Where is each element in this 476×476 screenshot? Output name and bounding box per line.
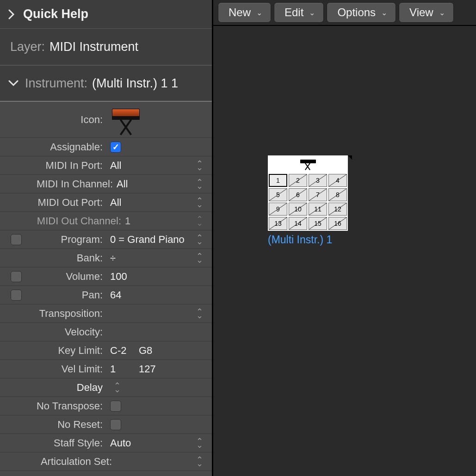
view-menu-button[interactable]: View ⌄	[399, 2, 454, 23]
stepper-icon[interactable]: ⌃⌄	[109, 384, 125, 391]
param-label: No Transpose:	[32, 400, 106, 412]
param-value: All	[110, 197, 121, 209]
volume-checkbox[interactable]	[11, 271, 22, 282]
parameter-list: Icon: Assignable: MIDI In Port: All ⌃⌄	[0, 102, 212, 476]
param-label: MIDI In Channel:	[32, 178, 117, 190]
new-menu-button[interactable]: New ⌄	[218, 2, 271, 23]
stepper-icon[interactable]: ⌃⌄	[192, 180, 207, 188]
channel-button-7[interactable]: 7	[309, 188, 327, 201]
param-value: Auto	[110, 437, 131, 449]
quick-help-title: Quick Help	[23, 7, 88, 21]
param-bank[interactable]: Bank: ÷ ⌃⌄	[0, 249, 212, 267]
quick-help-header[interactable]: Quick Help	[0, 0, 212, 29]
param-articulation-set[interactable]: Articulation Set: ⌃⌄	[0, 452, 212, 471]
param-label: MIDI Out Channel:	[32, 215, 125, 227]
cable-point-icon[interactable]	[348, 155, 352, 160]
chevron-down-icon: ⌄	[381, 8, 387, 17]
keyboard-icon	[299, 158, 317, 171]
param-vel-limit[interactable]: Vel Limit: 1 127	[0, 360, 212, 378]
param-pan[interactable]: Pan: 64	[0, 286, 212, 304]
param-midi-in-channel[interactable]: MIDI In Channel: All ⌃⌄	[0, 175, 212, 193]
param-delay[interactable]: Delay ⌃⌄	[0, 378, 212, 397]
param-no-reset: No Reset:	[0, 415, 212, 434]
channel-button-14[interactable]: 14	[289, 217, 307, 230]
key-limit-high[interactable]: G8	[139, 345, 162, 357]
param-icon[interactable]: Icon:	[0, 102, 212, 138]
options-menu-button[interactable]: Options ⌄	[327, 2, 396, 23]
button-label: Edit	[284, 6, 303, 19]
vel-limit-high[interactable]: 127	[139, 363, 162, 375]
edit-menu-button[interactable]: Edit ⌄	[274, 2, 324, 23]
instrument-label: Instrument:	[25, 76, 87, 91]
layer-row[interactable]: Layer: MIDI Instrument	[0, 29, 212, 66]
no-transpose-checkbox[interactable]	[110, 401, 121, 412]
keyboard-icon[interactable]	[110, 106, 142, 134]
object-label[interactable]: (Multi Instr.) 1	[268, 234, 371, 246]
pan-checkbox[interactable]	[11, 290, 22, 301]
stepper-icon[interactable]: ⌃⌄	[192, 310, 207, 317]
instrument-header[interactable]: Instrument: (Multi Instr.) 1 1	[0, 66, 212, 102]
channel-button-3[interactable]: 3	[309, 174, 327, 187]
param-program[interactable]: Program: 0 = Grand Piano ⌃⌄	[0, 230, 212, 249]
param-midi-out-port[interactable]: MIDI Out Port: All ⌃⌄	[0, 193, 212, 212]
channel-button-9[interactable]: 9	[269, 203, 287, 216]
stepper-icon[interactable]: ⌃⌄	[192, 458, 207, 465]
stepper-icon[interactable]: ⌃⌄	[192, 217, 207, 225]
chevron-down-icon	[8, 80, 19, 87]
param-label: Bank:	[32, 252, 106, 264]
param-label: Pan:	[32, 289, 106, 301]
multi-instrument-object[interactable]: 12345678910111213141516 (Multi Instr.) 1	[268, 155, 371, 246]
channel-button-4[interactable]: 4	[328, 174, 347, 187]
channel-button-16[interactable]: 16	[328, 217, 347, 230]
param-label: Articulation Set:	[32, 456, 116, 468]
param-transposition[interactable]: Transposition: ⌃⌄	[0, 304, 212, 323]
stepper-icon[interactable]: ⌃⌄	[192, 162, 207, 169]
channel-button-2[interactable]: 2	[289, 174, 307, 187]
key-limit-low[interactable]: C-2	[110, 345, 133, 357]
button-label: New	[229, 6, 251, 19]
param-value: 64	[110, 289, 121, 301]
stepper-icon[interactable]: ⌃⌄	[192, 199, 207, 206]
chevron-down-icon: ⌄	[256, 8, 262, 17]
stepper-icon[interactable]: ⌃⌄	[192, 254, 207, 262]
param-label: Assignable:	[32, 141, 106, 153]
channel-button-5[interactable]: 5	[269, 188, 287, 201]
instrument-value: (Multi Instr.) 1 1	[92, 76, 178, 91]
param-value: 0 = Grand Piano	[110, 234, 185, 246]
stepper-icon[interactable]: ⌃⌄	[192, 439, 207, 447]
channel-button-8[interactable]: 8	[328, 188, 347, 201]
channel-button-11[interactable]: 11	[309, 203, 327, 216]
param-velocity[interactable]: Velocity:	[0, 323, 212, 341]
channel-button-10[interactable]: 10	[289, 203, 307, 216]
param-staff-style[interactable]: Staff Style: Auto ⌃⌄	[0, 434, 212, 452]
param-midi-in-port[interactable]: MIDI In Port: All ⌃⌄	[0, 156, 212, 175]
param-label: No Reset:	[32, 419, 106, 431]
assignable-checkbox[interactable]	[110, 142, 121, 153]
environment-canvas[interactable]: 12345678910111213141516 (Multi Instr.) 1	[213, 26, 476, 476]
stepper-icon[interactable]: ⌃⌄	[192, 236, 207, 243]
param-volume[interactable]: Volume: 100	[0, 267, 212, 286]
param-label: Volume:	[32, 271, 106, 283]
param-label: MIDI In Port:	[32, 160, 106, 172]
channel-button-15[interactable]: 15	[309, 217, 327, 230]
channel-button-6[interactable]: 6	[289, 188, 307, 201]
param-label: Delay	[32, 382, 106, 394]
environment-area: New ⌄ Edit ⌄ Options ⌄ View ⌄	[213, 0, 476, 476]
vel-limit-low[interactable]: 1	[110, 363, 133, 375]
chevron-down-icon: ⌄	[309, 8, 315, 17]
param-label: Staff Style:	[32, 437, 106, 449]
param-label: MIDI Out Port:	[32, 197, 106, 209]
no-reset-checkbox[interactable]	[110, 419, 121, 430]
channel-button-12[interactable]: 12	[328, 203, 347, 216]
param-value: 100	[110, 271, 127, 283]
program-checkbox[interactable]	[11, 234, 22, 245]
param-key-limit[interactable]: Key Limit: C-2 G8	[0, 341, 212, 360]
button-label: View	[409, 6, 433, 19]
channel-button-13[interactable]: 13	[269, 217, 287, 230]
button-label: Options	[337, 6, 376, 19]
channel-button-1[interactable]: 1	[269, 174, 287, 187]
param-value: ÷	[110, 252, 116, 264]
object-icon-area[interactable]	[268, 155, 348, 173]
param-midi-out-channel[interactable]: MIDI Out Channel: 1 ⌃⌄	[0, 212, 212, 230]
inspector-panel: Quick Help Layer: MIDI Instrument Instru…	[0, 0, 213, 476]
